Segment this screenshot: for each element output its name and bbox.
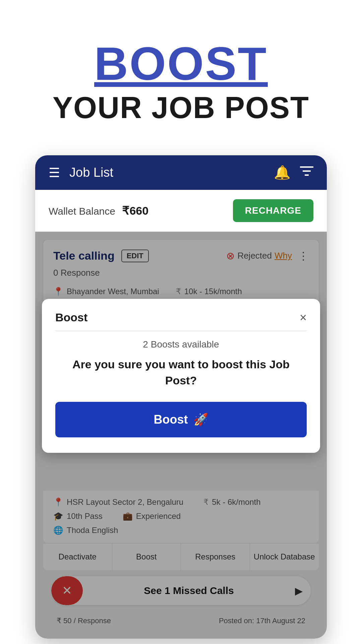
job-cards-area: Tele calling EDIT ⊗ Rejected Why ⋮ 0 Res… bbox=[35, 232, 327, 639]
boost-question: Are you sure you want to boost this Job … bbox=[55, 357, 307, 388]
boost-button-label: Boost bbox=[154, 413, 188, 427]
modal-close-button[interactable]: × bbox=[300, 312, 307, 324]
hero-subtitle: YOUR JOB POST bbox=[20, 91, 342, 125]
app-title: Job List bbox=[69, 165, 113, 180]
modal-title: Boost bbox=[55, 311, 87, 324]
filter-icon[interactable] bbox=[300, 165, 313, 180]
wallet-amount: ₹660 bbox=[122, 204, 148, 217]
bell-icon[interactable]: 🔔 bbox=[274, 165, 291, 180]
boosts-available: 2 Boosts available bbox=[55, 339, 307, 350]
recharge-button[interactable]: RECHARGE bbox=[233, 199, 313, 222]
wallet-bar: Wallet Balance ₹660 RECHARGE bbox=[35, 190, 327, 232]
app-header-left: ☰ Job List bbox=[49, 165, 113, 180]
hamburger-icon[interactable]: ☰ bbox=[49, 166, 60, 179]
boost-confirm-button[interactable]: Boost 🚀 bbox=[55, 402, 307, 437]
wallet-label: Wallet Balance bbox=[49, 206, 115, 217]
hero-section: BOOST YOUR JOB POST bbox=[0, 0, 362, 145]
boost-modal: Boost × 2 Boosts available Are you sure … bbox=[42, 299, 320, 453]
app-mockup: ☰ Job List 🔔 Wallet Balance ₹660 RECHARG… bbox=[35, 155, 327, 639]
app-header-right: 🔔 bbox=[274, 165, 313, 180]
hero-boost-title: BOOST bbox=[20, 40, 342, 87]
modal-header: Boost × bbox=[55, 311, 307, 331]
app-header: ☰ Job List 🔔 bbox=[35, 155, 327, 190]
rocket-icon: 🚀 bbox=[193, 413, 208, 427]
wallet-info: Wallet Balance ₹660 bbox=[49, 204, 148, 217]
